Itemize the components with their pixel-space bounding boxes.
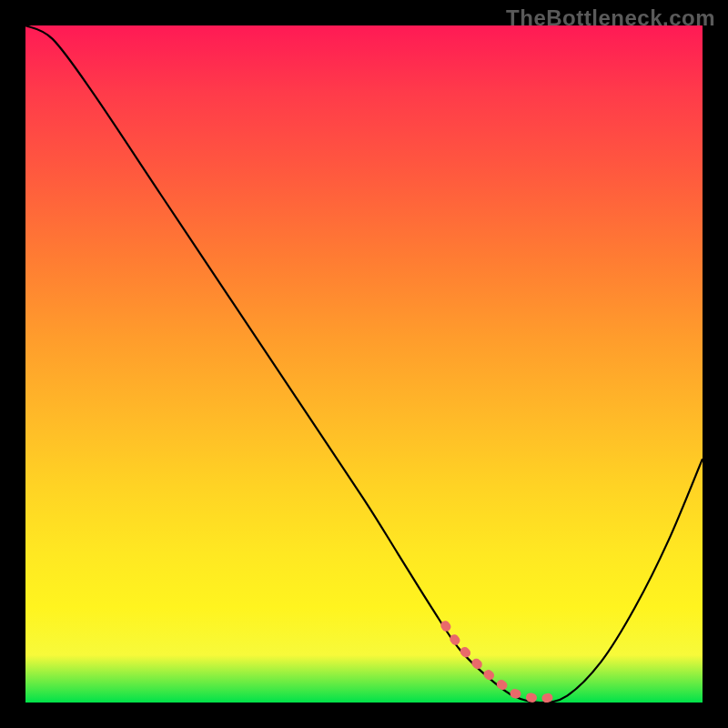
chart-plot-area xyxy=(25,25,703,703)
watermark-text: TheBottleneck.com xyxy=(506,5,715,31)
chart-svg xyxy=(25,25,703,703)
chart-curve xyxy=(25,25,703,703)
chart-optimal-marker xyxy=(445,625,553,700)
